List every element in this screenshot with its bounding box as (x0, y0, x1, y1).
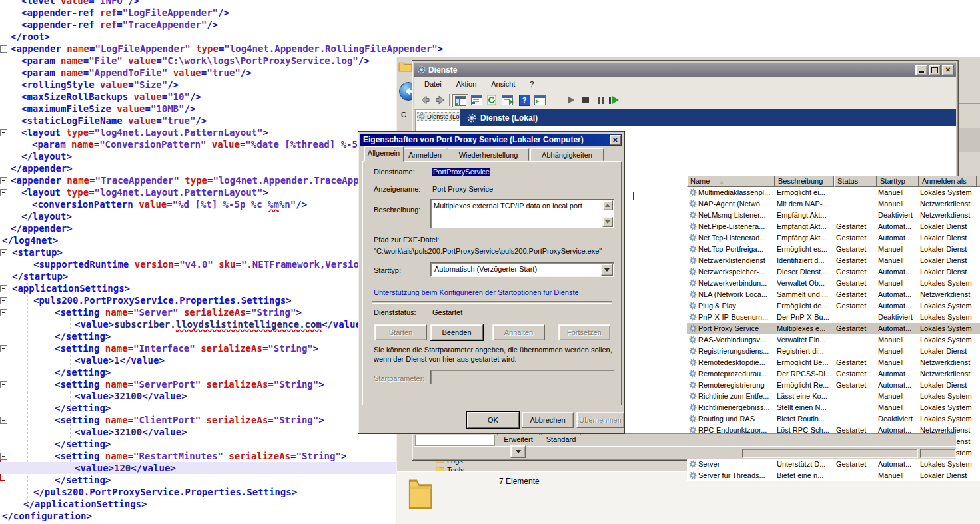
code-line[interactable]: <setting name="Interface" serializeAs="S… (55, 342, 318, 354)
code-line[interactable]: <conversionPattern value="%d [%t] %-5p %… (32, 198, 307, 210)
minimize-button[interactable] (915, 65, 927, 75)
code-line[interactable]: <setting name="ClientPort" serializeAs="… (55, 414, 324, 426)
code-line[interactable]: <appender-ref ref="TraceAppender"/> (21, 19, 218, 31)
code-line[interactable]: <value>120</value> (75, 462, 176, 474)
table-row[interactable]: NAP-Agent (Netwo...Mit dem NAP-...Manuel… (687, 198, 980, 210)
code-line[interactable]: </layout> (21, 150, 72, 162)
show-console-tree-icon[interactable] (452, 94, 468, 107)
table-row[interactable]: Plug & PlayErmöglicht de...GestartetAuto… (687, 300, 980, 312)
dialog-close-icon[interactable]: ✕ (610, 135, 621, 145)
code-line[interactable]: </setting> (55, 330, 111, 342)
table-row[interactable]: Net.Msmq-Listener...Empfängt Akt...Deakt… (687, 210, 980, 221)
beschreibung-textbox[interactable]: Multiplexes external TCP/IP data on loca… (430, 199, 614, 228)
code-line[interactable]: </setting> (55, 438, 111, 450)
chevron-down-icon[interactable] (601, 264, 613, 276)
dialog-titlebar[interactable]: Eigenschaften von Port Proxy Service (Lo… (360, 134, 622, 146)
ok-button[interactable]: OK (467, 412, 519, 428)
uebernehmen-button[interactable]: Übernehmen (576, 412, 624, 428)
code-line[interactable]: <level value="INFO"/> (21, 0, 139, 7)
table-row[interactable]: Multimediaklassenpl...Ermöglicht ei...Ma… (687, 187, 980, 198)
code-line[interactable]: <layout type="log4net.Layout.PatternLayo… (21, 186, 268, 198)
fold-toggle-icon[interactable] (0, 345, 7, 352)
help-icon[interactable]: ? (518, 94, 530, 106)
close-button[interactable]: ✕ (942, 65, 954, 75)
dialog-tab-anmelden[interactable]: Anmelden (404, 148, 446, 161)
menu-item-aktion[interactable]: Aktion (456, 80, 477, 88)
code-line[interactable]: </root> (11, 31, 50, 43)
code-line[interactable]: <param name="File" value="C:\work\logs\P… (21, 55, 370, 67)
code-line[interactable]: <value>1</value> (75, 354, 165, 366)
table-row[interactable]: Port Proxy ServiceMultiplexes e...Gestar… (687, 323, 980, 334)
start-service-icon[interactable] (565, 94, 577, 106)
fold-toggle-icon[interactable] (0, 45, 7, 53)
code-line[interactable]: <appender-ref ref="LogFileAppender"/> (21, 7, 229, 19)
table-row[interactable]: Remoteprozedurau...Der RPCSS-Di...Gestar… (687, 368, 980, 380)
table-row[interactable]: Net.Pipe-Listenera...Empfängt Akt...Gest… (687, 221, 980, 232)
startoptionen-link[interactable]: Unterstützung beim Konfigurieren der Sta… (374, 288, 579, 296)
code-line[interactable]: <puls200.PortProxyService.Properties.Set… (33, 294, 292, 306)
code-line[interactable]: </puls200.PortProxyService.Properties.Se… (33, 486, 297, 498)
code-line[interactable]: <startup> (12, 246, 63, 258)
taskpad-view-icon[interactable] (534, 94, 546, 106)
code-line[interactable]: <appender name="TraceAppender" type="log… (11, 174, 359, 186)
column-header-Name[interactable]: Name▲ (687, 176, 775, 187)
code-line[interactable]: </appender> (11, 162, 73, 174)
stop-service-icon[interactable] (580, 94, 592, 106)
table-row[interactable]: Netzwerkspeicher-...Dieser Dienst...Gest… (687, 266, 980, 278)
menu-item-datei[interactable]: Datei (424, 80, 442, 88)
scroll-up-icon[interactable] (602, 200, 613, 210)
abbrechen-button[interactable]: Abbrechen (522, 412, 574, 428)
code-line[interactable]: <value>32100</value> (75, 390, 187, 402)
code-line[interactable]: <applicationSettings> (12, 282, 130, 294)
forward-arrow-icon[interactable] (434, 94, 446, 106)
code-line[interactable]: </setting> (55, 474, 111, 486)
fold-toggle-icon[interactable] (0, 177, 7, 184)
fold-toggle-icon[interactable] (0, 249, 7, 256)
table-row[interactable]: Net.Tcp-Portfreiga...Ermöglicht es...Ges… (687, 244, 980, 255)
code-line[interactable]: <setting name="ServerPort" serializeAs="… (55, 378, 324, 390)
code-line[interactable]: <setting name="Server" serializeAs="Stri… (55, 306, 302, 318)
table-row[interactable]: RAS-Verbindungsv...Verwaltet Ein...Manue… (687, 334, 980, 346)
folder-dropdown-button[interactable] (510, 445, 526, 458)
code-line[interactable]: </configuration> (2, 510, 92, 522)
fold-toggle-icon[interactable] (0, 189, 7, 196)
table-row[interactable]: RemoteregistrierungErmöglicht Re...Gesta… (687, 380, 980, 391)
code-line[interactable]: <setting name="RestartMinutes" serialize… (55, 450, 346, 462)
back-arrow-icon[interactable] (419, 94, 431, 106)
refresh-icon[interactable] (486, 94, 498, 106)
table-row[interactable]: Net.Tcp-Listenerad...Empfängt Akt...Gest… (687, 232, 980, 244)
code-line[interactable]: <appender name="LogFileAppender" type="l… (11, 43, 443, 55)
dialog-tab-abhängigkeiten[interactable]: Abhängigkeiten (530, 148, 604, 161)
table-row[interactable]: Registrierungsdiens...Registriert di...M… (687, 346, 980, 357)
fortsetzen-button[interactable]: Fortsetzen (558, 324, 610, 340)
table-row[interactable]: Netzwerkverbindun...Verwaltet Ob...Gesta… (687, 278, 980, 289)
table-row[interactable]: PnP-X-IP-Busenum...Der PnP-X-Bu...Deakti… (687, 312, 980, 323)
code-line[interactable]: <maxSizeRollBackups value="10"/> (21, 91, 201, 103)
fold-toggle-icon[interactable] (0, 453, 7, 460)
tab-standard[interactable]: Standard (541, 434, 581, 445)
starttyp-combobox[interactable]: Automatisch (Verzögerter Start) (430, 262, 614, 277)
dialog-tab-wiederherstellung[interactable]: Wiederherstellung (448, 148, 529, 161)
table-row[interactable]: Remotedesktopdie...Ermöglicht Be...Gesta… (687, 357, 980, 368)
menu-item-?[interactable]: ? (530, 80, 534, 88)
table-row[interactable]: Richtlinie zum Entfe...Lässt eine Ko...M… (687, 391, 980, 402)
fold-toggle-icon[interactable] (0, 381, 7, 388)
pause-service-icon[interactable] (594, 94, 606, 106)
splitter-mark[interactable] (633, 192, 634, 200)
services-titlebar[interactable]: Dienste ✕ (414, 63, 956, 77)
code-line[interactable]: <rollingStyle value="Size"/> (21, 79, 179, 91)
column-header-Beschreibung[interactable]: Beschreibung (775, 176, 834, 187)
code-line[interactable]: <staticLogFileName value="true"/> (21, 115, 207, 127)
code-line[interactable]: <layout type="log4net.Layout.PatternLayo… (21, 127, 268, 138)
code-line[interactable]: </setting> (55, 402, 111, 414)
column-header-Status[interactable]: Status (834, 176, 877, 187)
code-line[interactable]: <maximumFileSize value="10MB"/> (21, 103, 195, 115)
code-line[interactable]: <supportedRuntime version="v4.0" sku=".N… (33, 258, 359, 270)
maximize-button[interactable] (929, 65, 941, 75)
table-row[interactable]: Server für Threads...Bietet eine n...Man… (687, 470, 980, 481)
tab-erweitert[interactable]: Erweitert (497, 434, 540, 445)
table-row[interactable]: Richtlinienergebniss...Stellt einen N...… (687, 402, 980, 413)
anhalten-button[interactable]: Anhalten (492, 324, 545, 340)
code-line[interactable]: </layout> (21, 210, 72, 222)
column-header-Starttyp[interactable]: Starttyp (877, 176, 919, 187)
